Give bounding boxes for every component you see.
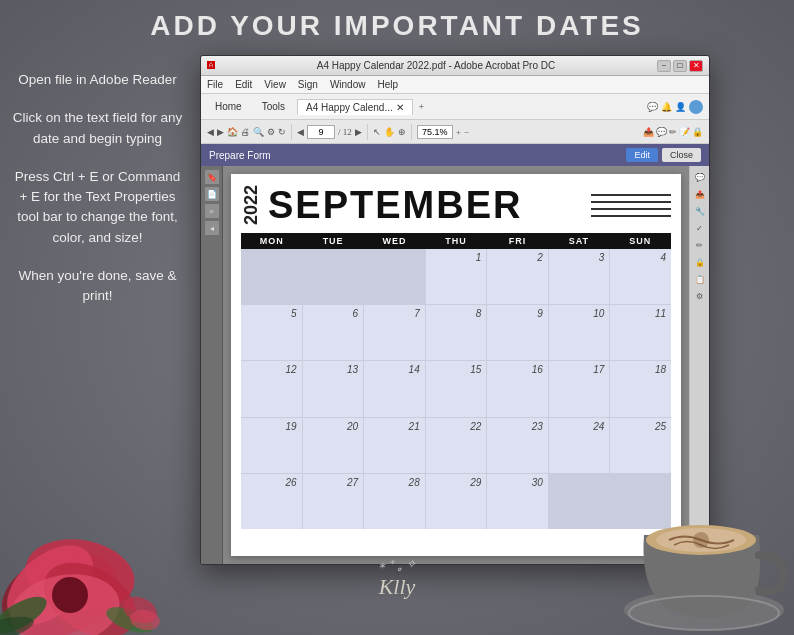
review-panel-icon[interactable]: ✓: [693, 221, 707, 235]
minimize-button[interactable]: −: [657, 60, 671, 72]
tab-document[interactable]: A4 Happy Calend... ✕: [297, 99, 413, 115]
cursor-tool[interactable]: ↖: [373, 127, 381, 137]
date-number: 1: [476, 252, 482, 263]
tab-tools[interactable]: Tools: [254, 99, 293, 114]
close-button[interactable]: ✕: [689, 60, 703, 72]
calendar-cell[interactable]: 1: [426, 249, 487, 304]
menu-sign[interactable]: Sign: [298, 79, 318, 90]
svg-point-5: [52, 577, 88, 613]
day-mon: MON: [241, 236, 302, 246]
calendar-cell[interactable]: 27: [303, 474, 364, 529]
calendar-cell[interactable]: 4: [610, 249, 671, 304]
comment-panel-icon[interactable]: 💬: [693, 170, 707, 184]
protect-panel-icon[interactable]: 🔒: [693, 255, 707, 269]
calendar-cell[interactable]: 8: [426, 305, 487, 360]
calendar-cell[interactable]: 29: [426, 474, 487, 529]
protect-icon[interactable]: 🔒: [692, 127, 703, 137]
svg-point-14: [693, 532, 709, 548]
line-4: [591, 215, 671, 217]
more-panel-icon[interactable]: ⚙: [693, 289, 707, 303]
flower-decoration: [0, 455, 170, 635]
window-controls[interactable]: − □ ✕: [657, 60, 703, 72]
account-avatar[interactable]: [689, 100, 703, 114]
date-number: 29: [470, 477, 481, 488]
calendar-lines: [591, 194, 671, 217]
calendar-cell[interactable]: 23: [487, 418, 548, 473]
rotate-icon[interactable]: ↻: [278, 127, 286, 137]
calendar-cell[interactable]: 10: [549, 305, 610, 360]
markup-icon[interactable]: 📝: [679, 127, 690, 137]
zoom-in-icon[interactable]: +: [456, 127, 461, 137]
calendar-cell[interactable]: 3: [549, 249, 610, 304]
home-icon[interactable]: 🏠: [227, 127, 238, 137]
calendar-cell[interactable]: 21: [364, 418, 425, 473]
zoom-out2-icon[interactable]: −: [464, 127, 469, 137]
share-panel-icon[interactable]: 📤: [693, 187, 707, 201]
day-thu: THU: [425, 236, 486, 246]
calendar-cell[interactable]: 2: [487, 249, 548, 304]
next-page-icon[interactable]: ▶: [355, 127, 362, 137]
bookmark-icon[interactable]: 🔖: [205, 170, 219, 184]
calendar-cell[interactable]: 20: [303, 418, 364, 473]
print-icon[interactable]: 🖨: [241, 127, 250, 137]
calendar-cell[interactable]: 16: [487, 361, 548, 416]
settings-icon[interactable]: ⚙: [267, 127, 275, 137]
zoom-out-icon[interactable]: 🔍: [253, 127, 264, 137]
calendar-cell[interactable]: 11: [610, 305, 671, 360]
tab-home[interactable]: Home: [207, 99, 250, 114]
hand-tool[interactable]: ✋: [384, 127, 395, 137]
tools-panel-icon[interactable]: 🔧: [693, 204, 707, 218]
calendar-cell[interactable]: 30: [487, 474, 548, 529]
date-number: 12: [285, 364, 296, 375]
line-1: [591, 194, 671, 196]
calendar-cell[interactable]: 17: [549, 361, 610, 416]
calendar-cell[interactable]: 14: [364, 361, 425, 416]
user-icon: 👤: [675, 102, 686, 112]
menu-file[interactable]: File: [207, 79, 223, 90]
menu-window[interactable]: Window: [330, 79, 366, 90]
menu-edit[interactable]: Edit: [235, 79, 252, 90]
instruction-1: Open file in Adobe Reader: [18, 70, 176, 90]
fill-sign-icon[interactable]: ✏: [669, 127, 677, 137]
calendar-cell[interactable]: 13: [303, 361, 364, 416]
zoom-input[interactable]: [417, 125, 453, 139]
share-icon[interactable]: 📤: [643, 127, 654, 137]
calendar-cell[interactable]: 6: [303, 305, 364, 360]
line-3: [591, 208, 671, 210]
page-number-input[interactable]: [307, 125, 335, 139]
date-number: 7: [414, 308, 420, 319]
comment-icon[interactable]: 💬: [656, 127, 667, 137]
prepare-form-bar: Prepare Form Edit Close: [201, 144, 709, 166]
fill-panel-icon[interactable]: ✏: [693, 238, 707, 252]
sep3: [411, 124, 412, 140]
calendar-cell[interactable]: 26: [241, 474, 302, 529]
calendar-cell[interactable]: 5: [241, 305, 302, 360]
calendar-cell[interactable]: 9: [487, 305, 548, 360]
back-icon[interactable]: ◀: [207, 127, 214, 137]
organize-panel-icon[interactable]: 📋: [693, 272, 707, 286]
calendar-cell[interactable]: 22: [426, 418, 487, 473]
restore-button[interactable]: □: [673, 60, 687, 72]
calendar-cell[interactable]: 15: [426, 361, 487, 416]
day-sun: SUN: [610, 236, 671, 246]
nav-icon[interactable]: ◂: [205, 221, 219, 235]
prev-page-icon[interactable]: ◀: [297, 127, 304, 137]
date-number: 9: [537, 308, 543, 319]
date-number: 21: [409, 421, 420, 432]
close-form-button[interactable]: Close: [662, 148, 701, 162]
forward-icon[interactable]: ▶: [217, 127, 224, 137]
zoom-tool[interactable]: ⊕: [398, 127, 406, 137]
layers-icon[interactable]: ≡: [205, 204, 219, 218]
secondary-toolbar: ◀ ▶ 🏠 🖨 🔍 ⚙ ↻ ◀ / 12 ▶ ↖ ✋ ⊕ + − 📤 💬 ✏ 📝…: [201, 120, 709, 144]
calendar-cell[interactable]: 18: [610, 361, 671, 416]
menu-help[interactable]: Help: [377, 79, 398, 90]
pages-icon[interactable]: 📄: [205, 187, 219, 201]
calendar-cell[interactable]: 19: [241, 418, 302, 473]
edit-button[interactable]: Edit: [626, 148, 658, 162]
add-tab-icon[interactable]: +: [419, 101, 425, 112]
menu-view[interactable]: View: [264, 79, 286, 90]
calendar-cell[interactable]: 7: [364, 305, 425, 360]
calendar-month: SEPTEMBER: [268, 184, 585, 227]
calendar-cell[interactable]: 12: [241, 361, 302, 416]
calendar-cell[interactable]: 28: [364, 474, 425, 529]
